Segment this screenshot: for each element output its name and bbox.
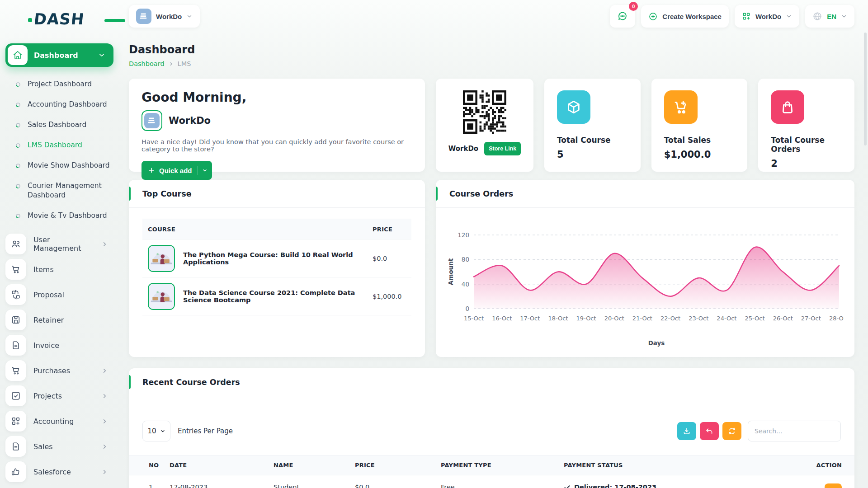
bullet-icon [15, 183, 21, 189]
qr-company-name: WorkDo [448, 145, 478, 153]
svg-text:27-Oct: 27-Oct [801, 315, 821, 322]
breadcrumb-dashboard-link[interactable]: Dashboard [129, 60, 165, 67]
download-icon [683, 427, 691, 435]
sidebar-subitem-lms-dashboard[interactable]: LMS Dashboard [15, 135, 113, 155]
search-input[interactable] [748, 421, 841, 441]
course-thumbnail [148, 245, 175, 272]
workspace-switcher[interactable]: WorkDo [129, 5, 200, 28]
subitem-label: Courier Management Dashboard [28, 181, 113, 200]
top-course-row[interactable]: The Data Science Course 2021: Complete D… [142, 277, 411, 315]
invoice-icon [11, 441, 21, 451]
retainer-icon [11, 315, 21, 325]
menu-iconbox [5, 411, 26, 432]
cell-name: Student [274, 475, 355, 488]
column-price: PRICE [373, 226, 411, 233]
subitem-label: Sales Dashboard [28, 120, 86, 130]
chevron-down-icon [186, 13, 193, 19]
invoice-icon [11, 340, 21, 350]
stat-iconbox [557, 90, 590, 124]
menu-item-label: Invoice [33, 341, 108, 350]
language-selector[interactable]: EN [805, 5, 854, 28]
app-logo: DASH [28, 10, 113, 28]
menu-item-label: Retainer [33, 316, 108, 324]
svg-text:16-Oct: 16-Oct [492, 315, 512, 322]
messages-button[interactable]: 0 [610, 5, 635, 28]
page-scrollbar[interactable] [864, 33, 867, 145]
recent-orders-title: Recent Course Orders [142, 378, 240, 387]
sidebar-subitem-movie-show-dashboard[interactable]: Movie Show Dashboard [15, 155, 113, 176]
sidebar-item-sales[interactable]: Sales [5, 434, 113, 459]
cell-payment-status: Delivered: 17-08-2023 [564, 475, 805, 488]
home-icon [13, 50, 23, 60]
quick-add-caret[interactable] [198, 166, 208, 175]
cell-price: $0.0 [355, 475, 441, 488]
view-order-button[interactable] [825, 483, 842, 488]
svg-text:120: 120 [458, 231, 469, 239]
sidebar-subitem-courier-management-dashboard[interactable]: Courier Management Dashboard [15, 176, 113, 206]
chevron-right-icon [101, 469, 108, 475]
quick-add-button[interactable]: Quick add [142, 161, 212, 180]
entries-per-page-select[interactable]: 10 [142, 421, 170, 441]
sidebar-subitem-project-dashboard[interactable]: Project Dashboard [15, 74, 113, 94]
main-content: WorkDo 0 Create Workspace [120, 0, 868, 488]
sidebar-subitem-accounting-dashboard[interactable]: Accounting Dashboard [15, 94, 113, 115]
chevron-down-icon [202, 168, 208, 173]
undo-button[interactable] [700, 422, 719, 440]
proposal-icon [11, 290, 21, 300]
sidebar-item-purchases[interactable]: Purchases [5, 358, 113, 383]
stats-row: Good Morning, WorkDo Have a nice day! Di… [129, 79, 854, 172]
shopping-bag-icon [780, 99, 795, 115]
cart-icon [11, 366, 21, 375]
top-course-header: Top Course [129, 180, 425, 208]
recent-orders-table: NODATENAMEPRICEPAYMENT TYPEPAYMENT STATU… [129, 455, 854, 488]
logo-dash-icon [104, 19, 125, 22]
menu-iconbox [5, 284, 26, 305]
payment-status-text: Delivered: 17-08-2023 [574, 483, 656, 488]
course-thumbnail [148, 283, 175, 310]
page-head: Dashboard Dashboard LMS [129, 43, 854, 67]
avatar [142, 110, 162, 131]
dashboard-submenu: Project DashboardAccounting DashboardSal… [5, 74, 113, 226]
sidebar-item-invoice[interactable]: Invoice [5, 333, 113, 358]
menu-iconbox [5, 436, 26, 457]
globe-icon [812, 11, 822, 21]
cart-plus-icon [673, 99, 689, 115]
menu-item-label: Salesforce [33, 468, 94, 476]
sidebar-item-accounting[interactable]: Accounting [5, 408, 113, 434]
sidebar-subitem-movie-tv-dashboard[interactable]: Movie & Tv Dashboard [15, 206, 113, 226]
sidebar-item-salesforce[interactable]: Salesforce [5, 459, 113, 484]
download-button[interactable] [677, 422, 696, 440]
company-menu-button[interactable]: WorkDo [735, 5, 799, 28]
cell-payment-type: Free [441, 475, 564, 488]
sidebar-item-dashboard[interactable]: Dashboard [5, 43, 113, 67]
logo-dot-icon [28, 18, 32, 22]
create-workspace-label: Create Workspace [662, 13, 722, 20]
sidebar-item-items[interactable]: Items [5, 257, 113, 282]
sidebar-item-proposal[interactable]: Proposal [5, 282, 113, 307]
refresh-button[interactable] [722, 422, 741, 440]
course-orders-card: Course Orders 0408012015-Oct16-Oct17-Oct… [436, 180, 854, 357]
course-orders-header: Course Orders [436, 180, 854, 208]
bullet-icon [15, 213, 21, 219]
stat-card-total-sales: Total Sales$1,000.0 [651, 79, 748, 172]
messages-badge: 0 [629, 2, 638, 11]
chevron-right-icon [101, 367, 108, 374]
stat-iconbox [664, 90, 698, 124]
cell-date: 17-08-2023 [170, 475, 274, 488]
create-workspace-button[interactable]: Create Workspace [641, 5, 729, 28]
top-course-row[interactable]: The Python Mega Course: Build 10 Real Wo… [142, 239, 411, 277]
grid-plus-icon [11, 416, 21, 426]
store-link-button[interactable]: Store Link [484, 142, 521, 155]
course-name: The Data Science Course 2021: Complete D… [183, 289, 373, 304]
stat-label: Total Sales [664, 136, 735, 145]
sidebar-subitem-sales-dashboard[interactable]: Sales Dashboard [15, 115, 113, 135]
sidebar-item-projects[interactable]: Projects [5, 383, 113, 408]
middle-row: Top Course COURSE PRICE The Python Mega … [129, 180, 854, 357]
qr-code-image [463, 90, 506, 134]
top-course-table: COURSE PRICE The Python Mega Course: Bui… [142, 219, 411, 315]
sidebar-item-user-management[interactable]: User Management [5, 231, 113, 257]
sidebar: DASH Dashboard Project DashboardAccounti… [0, 0, 120, 488]
svg-text:40: 40 [462, 281, 469, 288]
stat-iconbox [771, 90, 804, 124]
sidebar-item-retainer[interactable]: Retainer [5, 307, 113, 333]
